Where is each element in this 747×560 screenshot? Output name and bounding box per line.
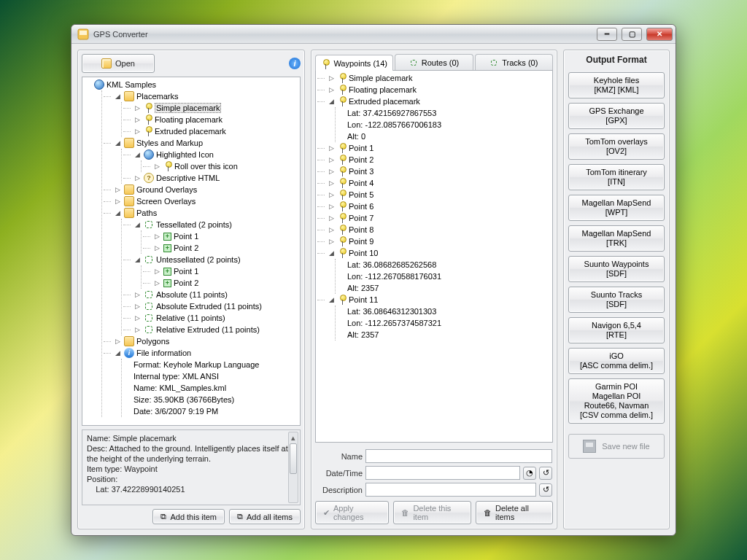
revert-icon[interactable]: ↺ (539, 467, 552, 480)
item-untessellated[interactable]: Untessellated (2 points) (156, 255, 241, 264)
format-itn[interactable]: TomTom itinerary [ITN] (568, 164, 665, 190)
folder-icon (124, 208, 134, 218)
close-button[interactable]: ✕ (646, 28, 673, 41)
wp-item[interactable]: Point 1 (349, 144, 374, 152)
pin-icon (338, 73, 347, 83)
wp-item[interactable]: Point 7 (349, 214, 374, 222)
item-absolute[interactable]: Absolute (11 points) (156, 290, 228, 299)
wp-alt: Alt: 0 (347, 132, 365, 141)
format-sdf-wp[interactable]: Suunto Waypoints [SDF] (568, 256, 665, 282)
item-tessellated[interactable]: Tessellated (2 points) (156, 220, 232, 229)
wp-item[interactable]: Point 10 (349, 249, 378, 257)
pin-icon (163, 161, 172, 171)
item-floating-placemark[interactable]: Floating placemark (155, 115, 222, 124)
format-csv[interactable]: Garmin POI Magellan POI Route66, Navman … (568, 378, 665, 424)
item-point[interactable]: Point 1 (174, 267, 198, 276)
clock-icon[interactable]: ◔ (523, 467, 536, 480)
item-highlighted-icon[interactable]: Highlighted Icon (156, 150, 214, 159)
revert-icon[interactable]: ↺ (539, 483, 552, 497)
format-wpt[interactable]: Magellan MapSend [WPT] (568, 195, 665, 221)
item-point[interactable]: Point 1 (174, 232, 198, 241)
tree-root[interactable]: KML Samples (107, 80, 156, 89)
pin-icon (338, 143, 347, 153)
waypoints-panel: Waypoints (14) Routes (0) Tracks (0) ▷Si… (311, 50, 557, 529)
folder-polygons[interactable]: Polygons (136, 337, 169, 346)
format-rte[interactable]: Navigon 6,5,4 [RTE] (568, 317, 665, 343)
wp-item[interactable]: Extruded placemark (349, 97, 420, 106)
pin-icon (144, 114, 152, 125)
wp-lat: Lat: 36.08646312301303 (347, 307, 436, 316)
datetime-input[interactable] (365, 466, 520, 480)
svg-rect-1 (80, 31, 87, 35)
waypoints-tree[interactable]: ▷Simple placemark ▷Floating placemark ◢E… (315, 70, 553, 443)
wp-item[interactable]: Floating placemark (349, 85, 417, 94)
item-point[interactable]: Point 2 (174, 244, 198, 252)
path-icon (144, 301, 154, 311)
item-roll-over[interactable]: Roll over this icon (174, 162, 238, 171)
format-asc[interactable]: iGO [ASC comma delim.] (568, 348, 665, 374)
wp-item[interactable]: Point 3 (349, 167, 374, 176)
pin-icon (338, 85, 347, 95)
item-simple-placemark[interactable]: Simple placemark (155, 103, 221, 113)
wp-item[interactable]: Simple placemark (349, 74, 412, 82)
fileinfo-date: Date: 3/6/2007 9:19 PM (133, 407, 218, 416)
delete-all-items-button[interactable]: 🗑Delete all items (476, 501, 553, 524)
wp-item[interactable]: Point 9 (349, 237, 374, 246)
item-relative-extruded[interactable]: Relative Extruded (11 points) (156, 325, 260, 334)
format-ov2[interactable]: TomTom overlays [OV2] (568, 133, 665, 160)
item-absolute-extruded[interactable]: Absolute Extruded (11 points) (156, 302, 262, 311)
delete-this-item-button[interactable]: 🗑Delete this item (393, 501, 471, 524)
details-lat: Lat: 37.42228990140251 (87, 484, 295, 494)
wp-item[interactable]: Point 4 (349, 179, 374, 187)
folder-fileinfo[interactable]: File information (136, 349, 191, 357)
item-extruded-placemark[interactable]: Extruded placemark (155, 127, 226, 136)
tab-tracks[interactable]: Tracks (0) (475, 54, 553, 70)
scroll-up-icon[interactable]: ▴ (289, 432, 298, 443)
scroll-thumb[interactable] (290, 443, 297, 474)
details-scrollbar[interactable]: ▴ (288, 432, 298, 503)
point-icon: + (163, 279, 171, 287)
folder-icon (124, 91, 134, 101)
open-label: Open (115, 59, 135, 68)
item-point[interactable]: Point 2 (174, 279, 198, 287)
wp-item[interactable]: Point 11 (349, 295, 378, 304)
titlebar[interactable]: GPS Converter ━ ▢ ✕ (71, 25, 676, 44)
tab-routes[interactable]: Routes (0) (395, 54, 473, 70)
point-icon: + (163, 244, 171, 252)
add-this-item-button[interactable]: ⧉ Add this item (152, 509, 225, 524)
source-tree[interactable]: KML Samples ◢Placemarks ▷Simple placemar… (82, 77, 301, 426)
path-icon (144, 254, 154, 265)
apply-changes-button[interactable]: ✔Apply changes (315, 501, 389, 524)
wp-item[interactable]: Point 5 (349, 190, 374, 199)
open-button[interactable]: Open (82, 54, 155, 73)
name-input[interactable] (365, 449, 552, 463)
save-new-file-button[interactable]: Save new file (568, 434, 665, 459)
pin-icon (338, 166, 347, 176)
folder-paths[interactable]: Paths (136, 209, 157, 217)
fileinfo-internal: Internal type: XML ANSI (133, 372, 219, 381)
tab-waypoints[interactable]: Waypoints (14) (315, 55, 393, 71)
wp-item[interactable]: Point 8 (349, 225, 374, 234)
app-window: GPS Converter ━ ▢ ✕ Open i KML Samples ◢… (71, 24, 676, 536)
format-gpx[interactable]: GPS Exchange [GPX] (568, 103, 665, 129)
folder-placemarks[interactable]: Placemarks (136, 92, 178, 101)
format-kml[interactable]: Keyhole files [KMZ] [KML] (568, 72, 665, 98)
format-sdf-trk[interactable]: Suunto Tracks [SDF] (568, 287, 665, 313)
wp-item[interactable]: Point 2 (349, 155, 374, 164)
add-all-items-button[interactable]: ⧉ Add all items (229, 509, 301, 524)
item-relative[interactable]: Relative (11 points) (156, 314, 225, 322)
item-descriptive-html[interactable]: Descriptive HTML (156, 174, 220, 182)
edit-fields: Name Date/Time ◔ ↺ Description ↺ (311, 446, 557, 501)
pin-icon (338, 155, 347, 165)
folder-ground-overlays[interactable]: Ground Overlays (136, 185, 197, 194)
folder-styles[interactable]: Styles and Markup (136, 139, 203, 147)
minimize-button[interactable]: ━ (597, 28, 617, 41)
wp-item[interactable]: Point 6 (349, 202, 374, 211)
wp-lat: Lat: 36.08682685262568 (347, 260, 436, 269)
folder-screen-overlays[interactable]: Screen Overlays (136, 197, 196, 206)
info-icon[interactable]: i (289, 58, 301, 69)
format-trk[interactable]: Magellan MapSend [TRK] (568, 225, 665, 252)
description-input[interactable] (365, 483, 536, 497)
point-icon: + (163, 268, 171, 276)
maximize-button[interactable]: ▢ (622, 28, 642, 41)
